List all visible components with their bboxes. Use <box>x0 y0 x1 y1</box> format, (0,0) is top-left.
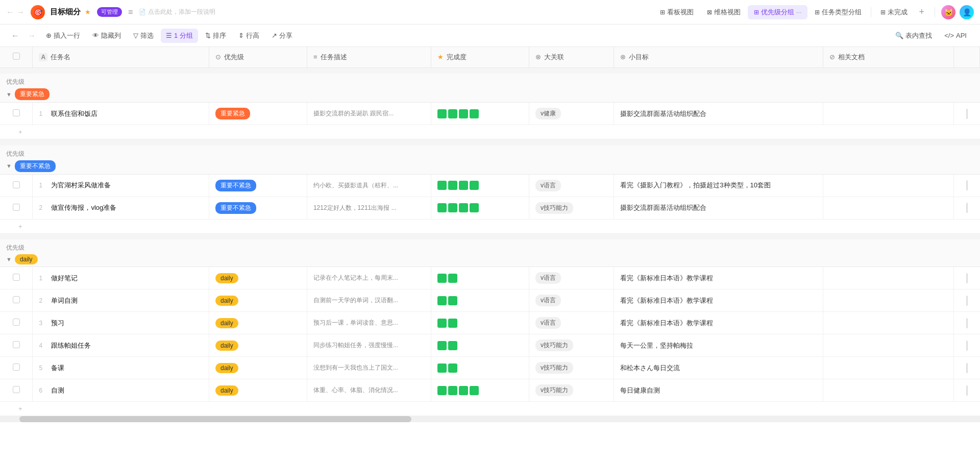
group-spacer <box>0 139 980 145</box>
row-extra-2-5 <box>953 379 979 402</box>
row-checkbox-2-5[interactable] <box>13 386 20 393</box>
header-check[interactable] <box>0 47 33 67</box>
filter-button[interactable]: ▽ 筛选 <box>128 29 159 43</box>
tab-type[interactable]: ⊞ 任务类型分组 <box>808 5 868 19</box>
row-priority-tag-2-2: daily <box>215 318 238 328</box>
row-subtarget-cell-1-0: 看完《摄影入门教程》，拍摄超过3种类型，10套图 <box>614 174 823 197</box>
table-container: A 任务名 ⊙ 优先级 ≡ 任务描述 <box>0 47 980 461</box>
row-link-cell-0-0: v健康 <box>529 103 614 125</box>
row-checkbox-2-3[interactable] <box>13 341 20 348</box>
group-collapse-0[interactable]: ▼ <box>6 91 12 98</box>
row-checkbox-2-2[interactable] <box>13 319 20 326</box>
row-num-2-4: 5 <box>39 365 47 372</box>
row-check-2-3[interactable] <box>0 334 33 357</box>
row-check-2-4[interactable] <box>0 357 33 379</box>
row-priority-cell-1-0: 重要不紧急 <box>209 174 307 197</box>
row-link-tag-2-3: v技巧能力 <box>535 339 573 351</box>
row-name-text-0-0: 联系住宿和饭店 <box>51 109 97 118</box>
add-tab-button[interactable]: + <box>915 5 928 19</box>
hide-columns-button[interactable]: 👁 隐藏列 <box>87 29 126 43</box>
forward-btn[interactable]: → <box>24 29 39 42</box>
header-subtarget: ⊗ 小目标 <box>614 47 823 67</box>
row-check-2-2[interactable] <box>0 312 33 334</box>
row-check-1-1[interactable] <box>0 197 33 219</box>
tab-matrix[interactable]: ⊠ 维格视图 <box>701 5 747 19</box>
table-row[interactable]: 1 联系住宿和饭店 重要紧急 摄影交流群的圣诞趴 跟民宿... v健康 摄影交流… <box>0 103 980 125</box>
toolbar: ← → ⊕ 插入一行 👁 隐藏列 ▽ 筛选 ☰ 1 分组 ⇅ 排序 ⇕ 行高 ↗… <box>0 25 980 47</box>
row-file-cell-2-0 <box>823 267 953 289</box>
sort-button[interactable]: ⇅ 排序 <box>200 29 231 43</box>
group-label-2: 优先级 <box>6 244 974 252</box>
row-link-cell-2-3: v技巧能力 <box>529 334 614 357</box>
table-row[interactable]: 6 自测 daily 体重、心率、体脂、消化情况... v技巧能力 每日健康自测 <box>0 379 980 402</box>
group-collapse-2[interactable]: ▼ <box>6 256 12 262</box>
row-check-0-0[interactable] <box>0 103 33 125</box>
search-button[interactable]: 🔍 表内查找 <box>890 29 937 43</box>
row-desc-cell-1-1: 1212定好人数，1211出海报 ... <box>307 197 431 219</box>
group-button[interactable]: ☰ 1 分组 <box>161 29 198 43</box>
row-check-2-1[interactable] <box>0 289 33 312</box>
row-name-cell-2-0: 1 做好笔记 <box>33 267 209 289</box>
row-subtarget-cell-2-4: 和松本さん每日交流 <box>614 357 823 379</box>
row-checkbox-0-0[interactable] <box>13 109 20 116</box>
row-checkbox-1-1[interactable] <box>13 204 20 211</box>
row-check-1-0[interactable] <box>0 174 33 197</box>
row-name-text-1-0: 为官湖村采风做准备 <box>51 181 111 190</box>
table-row[interactable]: 2 做宣传海报，vlog准备 重要不紧急 1212定好人数，1211出海报 ..… <box>0 197 980 219</box>
user-avatar-1: 🐱 <box>941 5 955 19</box>
row-name-cell-2-1: 2 单词自测 <box>33 289 209 312</box>
add-row-2[interactable]: + <box>0 402 980 416</box>
nav-back[interactable]: ← <box>6 8 14 17</box>
row-priority-tag-1-0: 重要不紧急 <box>215 180 256 191</box>
row-subtarget-cell-2-5: 每日健康自测 <box>614 379 823 402</box>
table-row[interactable]: 4 跟练帕姐任务 daily 同步练习帕姐任务，强度慢慢... v技巧能力 每天… <box>0 334 980 357</box>
row-priority-cell-2-3: daily <box>209 334 307 357</box>
group-collapse-1[interactable]: ▼ <box>6 163 12 169</box>
tab-priority[interactable]: ⊞ 优先级分组 ··· <box>748 5 808 19</box>
add-row-1[interactable]: + <box>0 219 980 233</box>
table-row[interactable]: 2 单词自测 daily 自测前一天学的单词，汉语翻... v语言 看完《新标准… <box>0 289 980 312</box>
nav-star-icon[interactable]: ★ <box>85 8 91 16</box>
header-name: A 任务名 <box>33 47 209 67</box>
row-checkbox-2-4[interactable] <box>13 363 20 371</box>
desc-col-icon: ≡ <box>313 53 317 61</box>
subtarget-col-icon: ⊗ <box>620 53 626 61</box>
back-btn[interactable]: ← <box>8 29 22 42</box>
row-height-button[interactable]: ⇕ 行高 <box>233 29 264 43</box>
group-header-row: 优先级 ▼ 重要紧急 <box>0 74 980 103</box>
scrollbar-thumb[interactable] <box>19 416 411 422</box>
row-checkbox-2-1[interactable] <box>13 296 20 303</box>
tab-more-icon[interactable]: ··· <box>796 8 802 16</box>
table-row[interactable]: 3 预习 daily 预习后一课，单词读音、意思... v语言 看完《新标准日本… <box>0 312 980 334</box>
row-file-cell-2-5 <box>823 379 953 402</box>
row-link-tag-2-1: v语言 <box>535 295 561 306</box>
row-link-tag-1-0: v语言 <box>535 180 561 191</box>
row-complete-cell-2-3 <box>431 334 529 357</box>
top-nav: ← → 🎯 目标细分 ★ 可管理 ≡ 📄 点击此处，添加一段说明 ⊞ 看板视图 … <box>0 0 980 25</box>
search-icon: 🔍 <box>895 32 903 39</box>
row-priority-cell-2-2: daily <box>209 312 307 334</box>
row-desc-cell-2-5: 体重、心率、体脂、消化情况... <box>307 379 431 402</box>
table-row[interactable]: 1 为官湖村采风做准备 重要不紧急 约小欧、买摄影道具（秸秆、... v语言 看… <box>0 174 980 197</box>
table-row[interactable]: 1 做好笔记 daily 记录在个人笔记本上，每周末... v语言 看完《新标准… <box>0 267 980 289</box>
header-checkbox[interactable] <box>13 53 20 60</box>
insert-row-button[interactable]: ⊕ 插入一行 <box>41 29 85 43</box>
row-extra-2-2 <box>953 312 979 334</box>
row-check-2-5[interactable] <box>0 379 33 402</box>
nav-forward[interactable]: → <box>16 8 24 17</box>
share-button[interactable]: ↗ 分享 <box>266 29 298 43</box>
row-checkbox-2-0[interactable] <box>13 274 20 281</box>
group-tag-1: 重要不紧急 <box>15 160 56 172</box>
row-check-2-0[interactable] <box>0 267 33 289</box>
filter-icon: ▽ <box>133 32 138 39</box>
api-button[interactable]: </> API <box>939 29 972 42</box>
horizontal-scrollbar[interactable] <box>0 416 980 422</box>
table-header: A 任务名 ⊙ 优先级 ≡ 任务描述 <box>0 47 980 67</box>
tab-kanban[interactable]: ⊞ 看板视图 <box>654 5 700 19</box>
table-row[interactable]: 5 备课 daily 没想到有一天我也当上了国文... v技巧能力 和松本さん每… <box>0 357 980 379</box>
add-row-0[interactable]: + <box>0 125 980 139</box>
tab-incomplete[interactable]: ⊞ 未完成 <box>874 5 914 19</box>
nav-menu-icon[interactable]: ≡ <box>128 8 133 17</box>
row-checkbox-1-0[interactable] <box>13 181 20 188</box>
row-link-tag-0-0: v健康 <box>535 108 561 119</box>
